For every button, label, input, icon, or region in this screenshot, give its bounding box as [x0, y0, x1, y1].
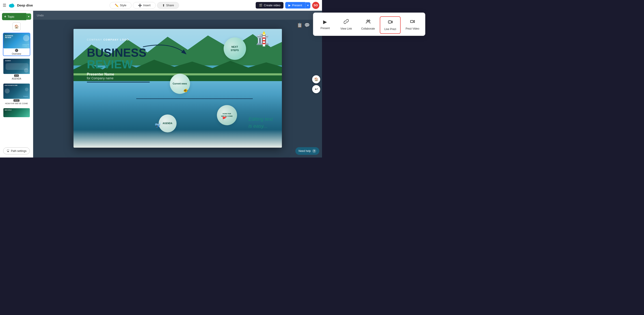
svg-rect-16	[262, 43, 266, 44]
back-nav-button[interactable]: ↩	[312, 85, 320, 93]
home-nav-icon: 🏠	[314, 77, 318, 81]
help-icon: ?	[312, 149, 316, 153]
svg-rect-15	[262, 40, 266, 42]
agenda-text: AGENDA	[163, 122, 172, 124]
arrow-svg	[136, 40, 192, 62]
lighthouse	[260, 31, 268, 50]
presenter-name: Presenter Name	[87, 72, 150, 76]
slide-canvas-how-far: HOW FAR WE'VE COME Progress...	[3, 84, 30, 99]
chat-icon[interactable]: 💬	[304, 22, 310, 28]
share-item-present[interactable]: ▶ Present	[315, 16, 322, 34]
undo-label[interactable]: Undo	[37, 14, 44, 17]
flag-icon: 🚩	[222, 116, 227, 121]
circle-agenda[interactable]: AGENDA	[159, 114, 176, 132]
style-tab[interactable]: ✏️ Style	[110, 2, 132, 9]
topic-button[interactable]: + Topic	[2, 13, 26, 20]
present-button[interactable]: ▶ Present	[285, 2, 305, 8]
fish-icon: 🐠	[183, 88, 188, 92]
company-logo: COMPANY COMPANY LOGO	[87, 38, 129, 41]
topbar-icons: 📋 💬	[297, 22, 310, 28]
slide-canvas-overview: BUSINESSREVIEW Editing textis easy...	[3, 33, 30, 48]
svg-point-2	[11, 4, 14, 7]
path-settings-button[interactable]: Path settings	[3, 148, 30, 154]
sidebar: + Topic ▾ 🏠 BUSINESSREVIEW Editing texti…	[0, 11, 33, 158]
home-icon: 🏠	[14, 24, 19, 29]
svg-rect-14	[262, 38, 266, 39]
slide-canvas-new-goals: NEW GOALS	[3, 108, 30, 117]
insert-icon: ➕	[138, 4, 142, 7]
editing-text: Editing text is easy...	[248, 116, 273, 130]
topbar-left: ☰ Deep dive	[3, 2, 33, 8]
insert-tab[interactable]: ➕ Insert	[133, 2, 156, 9]
help-button[interactable]: Need help ?	[295, 147, 319, 155]
share-item-present-label: Present	[320, 27, 322, 30]
slide-thumb-overview[interactable]: BUSINESSREVIEW Editing textis easy... 1 …	[3, 33, 30, 56]
svg-marker-18	[263, 31, 265, 34]
slide-thumb-new-goals[interactable]: NEW GOALS	[3, 108, 30, 118]
share-tab[interactable]: ⬆ Share	[157, 2, 179, 9]
topbar: ☰ Deep dive ✏️ Style ➕ Insert ⬆ Share 🎬 …	[0, 0, 322, 11]
play-icon: ▶	[288, 4, 291, 7]
topbar-right: 🎬 Create video ▶ Present ▾ SO	[256, 2, 319, 9]
notes-icon[interactable]: 📋	[297, 22, 302, 28]
plus-icon: +	[4, 14, 6, 18]
slide-canvas-agenda: AGENDA	[3, 59, 30, 74]
style-icon: ✏️	[115, 4, 118, 7]
circle-next-steps[interactable]: NEXT STEPS	[224, 38, 246, 60]
divider-horizontal	[136, 98, 253, 99]
next-steps-text: NEXT STEPS	[230, 45, 239, 52]
share-dropdown: ▶ Present View Link Collaborate	[313, 12, 322, 36]
avatar: SO	[312, 2, 319, 9]
circle-how-far[interactable]: HOW FAR WE'VE COME	[217, 105, 237, 125]
right-mini-nav: 🏠 ↩	[310, 74, 322, 95]
back-nav-icon: ↩	[315, 87, 318, 91]
main-layout: + Topic ▾ 🏠 BUSINESSREVIEW Editing texti…	[0, 11, 322, 158]
svg-point-7	[8, 151, 8, 152]
company-name: for Company name	[87, 76, 150, 80]
create-video-button[interactable]: 🎬 Create video	[256, 2, 284, 8]
slide-thumb-how-far[interactable]: HOW FAR WE'VE COME Progress... 4-11 HOW …	[3, 83, 30, 106]
app-title: Deep dive	[17, 3, 33, 7]
slide-label-agenda: AGENDA	[3, 78, 30, 80]
divider-line	[87, 82, 150, 82]
help-label: Need help	[298, 150, 311, 152]
topic-row: + Topic ▾	[2, 13, 31, 20]
slide-thumb-agenda[interactable]: AGENDA 2-3 AGENDA	[3, 58, 30, 81]
home-nav-button[interactable]: 🏠	[312, 75, 320, 83]
present-btn-group: ▶ Present ▾	[285, 2, 310, 8]
prezi-background: COMPANY COMPANY LOGO BUSINESS REVIEW Pre…	[74, 29, 282, 148]
topbar-center: ✏️ Style ➕ Insert ⬆ Share	[35, 2, 254, 9]
slide-label-overview: Overview	[3, 53, 30, 56]
video-camera-icon: 🎬	[259, 4, 262, 7]
presentation-frame[interactable]: COMPANY COMPANY LOGO BUSINESS REVIEW Pre…	[74, 29, 282, 148]
hamburger-icon[interactable]: ☰	[3, 3, 6, 8]
undo-bar: Undo	[33, 11, 322, 20]
share-icon: ⬆	[162, 4, 165, 7]
canvas-area: Undo COMPANY	[33, 11, 322, 158]
cloud-icon	[8, 2, 15, 8]
path-settings-icon	[6, 149, 10, 153]
present-caret-button[interactable]: ▾	[305, 2, 310, 8]
topic-caret-button[interactable]: ▾	[26, 14, 31, 20]
slide-label-how-far: HOW FAR WE'VE COME	[3, 102, 30, 105]
current-news-text: Current news	[173, 82, 187, 85]
home-sidebar-button[interactable]: 🏠	[12, 22, 20, 30]
